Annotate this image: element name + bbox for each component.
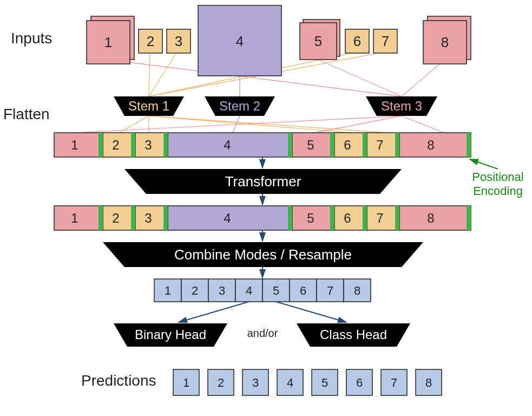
pred-2: 2 [218, 376, 224, 389]
svg-rect-41 [395, 133, 399, 157]
svg-rect-35 [98, 133, 103, 157]
svg-rect-57 [330, 206, 334, 230]
seq1-6: 6 [344, 138, 351, 152]
class-head: Class Head [297, 323, 410, 347]
input-1: 1 [87, 16, 134, 64]
input-8: 8 [423, 16, 471, 64]
svg-rect-58 [363, 206, 367, 230]
svg-line-3 [149, 52, 150, 96]
pred-8: 8 [425, 376, 432, 389]
input-3-num: 3 [175, 33, 182, 49]
svg-rect-38 [288, 133, 292, 157]
combine-label: Combine Modes / Resample [174, 246, 352, 263]
andor-label: and/or [247, 327, 278, 339]
seq1-1: 1 [71, 138, 78, 152]
svg-line-44 [470, 159, 498, 169]
pred-1: 1 [183, 376, 189, 389]
blue-7: 7 [327, 284, 333, 297]
input-6-num: 6 [353, 33, 361, 49]
stem1-label: Stem 1 [128, 99, 169, 113]
predictions-row: 1 2 3 4 5 6 7 8 [173, 369, 442, 395]
transformer-label: Transformer [225, 173, 301, 190]
svg-rect-59 [395, 206, 399, 230]
svg-rect-56 [288, 206, 292, 230]
input-4-num: 4 [236, 33, 244, 49]
svg-rect-45 [54, 206, 103, 230]
stems: Stem 1 Stem 2 Stem 3 [114, 96, 437, 116]
svg-rect-37 [163, 133, 168, 157]
seq2-3: 3 [145, 211, 152, 225]
svg-rect-60 [467, 206, 471, 230]
pred-7: 7 [391, 376, 397, 389]
predictions-label: Predictions [81, 372, 156, 389]
seq2-1: 1 [71, 211, 78, 225]
posenc-text-1: Positional [472, 170, 523, 184]
arrow-blue-class [276, 302, 346, 322]
seq2-4: 4 [224, 211, 231, 225]
inputs-label: Inputs [11, 30, 52, 47]
svg-rect-39 [330, 133, 334, 157]
blue-row: 1 2 3 4 5 6 7 8 [154, 279, 371, 302]
input-5: 5 [300, 20, 340, 60]
pred-6: 6 [356, 376, 363, 389]
stem3-label: Stem 3 [381, 99, 422, 113]
blue-1: 1 [165, 284, 171, 297]
svg-rect-34 [399, 133, 471, 157]
pred-4: 4 [287, 376, 293, 389]
input-boxes: 1 2 3 4 5 6 7 [87, 5, 471, 76]
flatten-label: Flatten [3, 106, 50, 122]
seq2-2: 2 [112, 211, 119, 225]
svg-rect-52 [399, 206, 471, 230]
seq2-6: 6 [344, 211, 351, 225]
stem2-label: Stem 2 [219, 99, 260, 113]
blue-6: 6 [300, 284, 306, 297]
input-5-num: 5 [314, 33, 322, 49]
seq1-3: 3 [145, 138, 152, 152]
seq1-5: 5 [307, 138, 314, 152]
input-6: 6 [345, 29, 369, 53]
svg-line-2 [402, 60, 445, 96]
blue-5: 5 [273, 284, 279, 297]
input-7: 7 [373, 29, 397, 53]
sequence-row-2: 1 2 3 4 5 6 7 8 [54, 206, 471, 230]
svg-rect-36 [131, 133, 135, 157]
seq2-5: 5 [307, 211, 314, 225]
seq1-7: 7 [376, 138, 383, 152]
input-2: 2 [139, 29, 162, 53]
sequence-row-1: 1 2 3 4 5 6 7 8 [54, 133, 471, 157]
input-2-num: 2 [147, 33, 154, 49]
svg-rect-55 [163, 206, 168, 230]
blue-2: 2 [192, 284, 198, 297]
arrow-blue-binary [179, 302, 249, 322]
seq2-7: 7 [376, 211, 383, 225]
input-1-num: 1 [104, 34, 112, 50]
input-7-num: 7 [382, 33, 389, 49]
input-4: 4 [198, 5, 281, 76]
input-8-num: 8 [441, 34, 449, 50]
seq1-4: 4 [224, 138, 231, 152]
svg-rect-42 [467, 133, 471, 157]
svg-line-14 [402, 116, 444, 133]
transformer-block: Transformer [124, 169, 402, 194]
input-3: 3 [167, 29, 191, 53]
class-head-label: Class Head [320, 327, 387, 342]
binary-head: Binary Head [114, 323, 227, 347]
posenc-text-2: Encoding [473, 184, 523, 198]
positional-encoding-label: Positional Encoding [470, 159, 524, 198]
seq1-8: 8 [427, 138, 434, 152]
blue-3: 3 [219, 284, 225, 297]
seq2-8: 8 [427, 211, 434, 225]
svg-line-4 [149, 52, 177, 96]
svg-rect-53 [98, 206, 103, 230]
seq1-2: 2 [112, 138, 119, 152]
svg-line-10 [149, 116, 351, 133]
binary-head-label: Binary Head [135, 327, 206, 342]
pred-3: 3 [252, 376, 259, 389]
svg-rect-54 [131, 206, 135, 230]
blue-8: 8 [354, 284, 360, 297]
svg-rect-27 [54, 133, 103, 157]
blue-4: 4 [246, 284, 252, 297]
svg-rect-40 [363, 133, 367, 157]
combine-block: Combine Modes / Resample [103, 242, 423, 267]
pred-5: 5 [321, 376, 328, 389]
